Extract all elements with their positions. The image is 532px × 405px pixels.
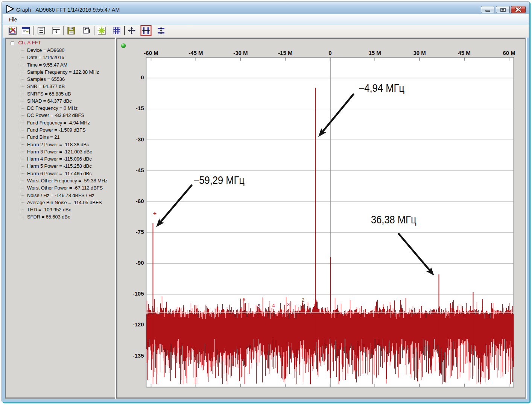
svg-text:4: 4 <box>272 303 275 308</box>
svg-text:–4,94 МГц: –4,94 МГц <box>359 82 404 94</box>
svg-text:-30 M: -30 M <box>233 50 248 56</box>
svg-text:45 M: 45 M <box>458 50 471 56</box>
svg-text:36,38 МГц: 36,38 МГц <box>371 213 416 226</box>
svg-text:60 M: 60 M <box>503 50 515 56</box>
svg-text:-15: -15 <box>136 105 144 111</box>
svg-text:3: 3 <box>287 302 290 307</box>
svg-text:-30: -30 <box>136 136 144 143</box>
svg-text:0: 0 <box>328 50 331 56</box>
svg-text:-60 M: -60 M <box>144 50 158 56</box>
svg-text:-120: -120 <box>132 321 144 328</box>
svg-text:5: 5 <box>258 303 260 309</box>
svg-text:-15 M: -15 M <box>278 50 292 56</box>
svg-text:6: 6 <box>243 297 245 302</box>
svg-text:-75: -75 <box>136 229 144 235</box>
svg-text:-60: -60 <box>136 198 144 204</box>
svg-text:–59,29 МГц: –59,29 МГц <box>194 174 245 186</box>
svg-text:-105: -105 <box>132 290 144 297</box>
svg-text:15 M: 15 M <box>369 50 381 56</box>
svg-text:-45 M: -45 M <box>188 50 203 56</box>
svg-text:-135: -135 <box>132 352 144 359</box>
svg-text:2: 2 <box>302 297 304 303</box>
svg-text:-45: -45 <box>136 167 144 173</box>
svg-text:-90: -90 <box>136 259 144 266</box>
svg-text:30 M: 30 M <box>413 50 426 56</box>
svg-text:0: 0 <box>141 74 144 80</box>
